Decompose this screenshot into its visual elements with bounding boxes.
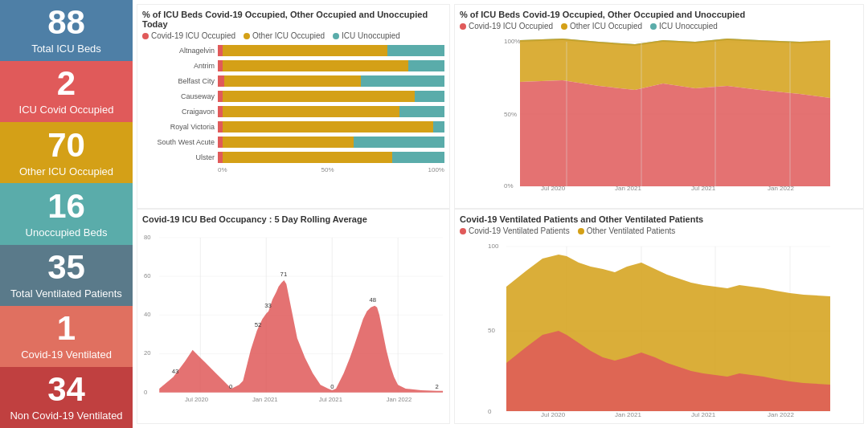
bar-covid: [218, 75, 224, 87]
bar-row: Royal Victoria: [142, 121, 444, 132]
legend-label: ICU Unoccupied: [659, 22, 718, 31]
bar-row: Craigavon: [142, 106, 444, 117]
stat-number: 2: [57, 67, 76, 100]
legend-dot: [460, 23, 466, 30]
ventilated-chart-title: Covid-19 Ventilated Patients and Other V…: [460, 214, 858, 224]
legend-item: Other ICU Occupied: [244, 31, 325, 40]
legend-dot: [650, 23, 657, 30]
legend-label: Covid-19 Ventilated Patients: [469, 226, 570, 235]
main-content: % of ICU Beds Covid-19 Occupied, Other O…: [133, 0, 868, 428]
legend-dot: [244, 33, 250, 39]
bar-container: [218, 106, 444, 117]
hospital-label: Craigavon: [142, 108, 215, 116]
area-chart-top-legend: Covid-19 ICU Occupied Other ICU Occupied…: [460, 22, 858, 31]
hospital-label: Antrim: [142, 62, 215, 70]
area-chart-top-panel: % of ICU Beds Covid-19 Occupied, Other O…: [454, 4, 864, 209]
stat-label: Non Covid-19 Ventilated: [10, 410, 122, 422]
bar-other: [223, 152, 393, 163]
svg-text:0: 0: [488, 408, 492, 415]
bar-unoccupied: [408, 60, 444, 71]
stat-number: 88: [47, 6, 85, 39]
bottom-row: Covid-19 ICU Bed Occupancy : 5 Day Rolli…: [137, 209, 864, 424]
bar-unoccupied: [361, 75, 444, 87]
ventilated-chart-panel: Covid-19 Ventilated Patients and Other V…: [454, 209, 864, 424]
bar-other: [223, 91, 416, 102]
stat-number: 70: [47, 128, 85, 162]
bar-row: Antrim: [142, 60, 444, 71]
legend-dot: [333, 33, 339, 39]
svg-text:60: 60: [144, 272, 151, 279]
stat-card-unoccupied-beds: 16 Unoccupied Beds: [0, 183, 133, 244]
svg-text:Jan 2021: Jan 2021: [615, 185, 641, 190]
svg-text:Jan 2022: Jan 2022: [768, 185, 794, 190]
legend-dot: [561, 23, 567, 30]
legend-label: Other Ventilated Patients: [587, 226, 676, 235]
hospital-label: Royal Victoria: [142, 123, 215, 131]
bar-other: [223, 121, 433, 132]
stat-card-other-icu-occupied: 70 Other ICU Occupied: [0, 122, 133, 183]
svg-text:50%: 50%: [504, 111, 517, 118]
top-row: % of ICU Beds Covid-19 Occupied, Other O…: [137, 4, 864, 209]
svg-text:33: 33: [264, 302, 272, 309]
svg-text:52: 52: [255, 321, 262, 328]
svg-text:Jul 2020: Jul 2020: [185, 396, 208, 403]
svg-text:Jul 2020: Jul 2020: [541, 185, 566, 190]
svg-text:0: 0: [144, 389, 147, 396]
legend-label: ICU Unoccupied: [342, 31, 400, 40]
svg-text:Jul 2021: Jul 2021: [319, 396, 342, 403]
bar-container: [218, 60, 444, 71]
svg-text:0: 0: [330, 383, 334, 390]
stat-number: 16: [47, 190, 85, 223]
hospital-label: Belfast City: [142, 77, 215, 85]
stat-number: 35: [47, 251, 85, 284]
svg-text:0: 0: [229, 383, 232, 390]
bar-container: [218, 91, 444, 102]
stat-card-icu-covid-occupied: 2 ICU Covid Occupied: [0, 61, 133, 122]
bar-unoccupied: [387, 45, 444, 56]
svg-text:Jul 2021: Jul 2021: [691, 411, 716, 418]
stat-label: Other ICU Occupied: [19, 165, 113, 178]
bar-other: [223, 106, 399, 117]
stat-number: 1: [57, 312, 76, 345]
stat-card-total-ventilated: 35 Total Ventilated Patients: [0, 245, 133, 306]
legend-item: Covid-19 ICU Occupied: [142, 31, 235, 40]
bar-other: [223, 45, 388, 56]
svg-text:Jan 2021: Jan 2021: [615, 411, 641, 418]
svg-text:40: 40: [144, 311, 151, 318]
stat-card-total-icu-beds: 88 Total ICU Beds: [0, 0, 133, 61]
svg-text:100%: 100%: [504, 38, 520, 45]
bar-row: South West Acute: [142, 137, 444, 148]
bar-other: [224, 75, 360, 87]
legend-label: Covid-19 ICU Occupied: [469, 22, 553, 31]
bar-chart-legend: Covid-19 ICU Occupied Other ICU Occupied…: [142, 31, 444, 40]
legend-item: Covid-19 ICU Occupied: [460, 22, 553, 31]
bar-container: [218, 121, 444, 132]
bar-other: [223, 60, 408, 71]
ventilated-chart-legend: Covid-19 Ventilated Patients Other Venti…: [460, 226, 858, 235]
stat-label: Covid-19 Ventilated: [21, 349, 112, 361]
bar-chart-title: % of ICU Beds Covid-19 Occupied, Other O…: [142, 10, 444, 29]
legend-label: Other ICU Occupied: [570, 22, 642, 31]
hospital-label: Ulster: [142, 153, 215, 161]
stat-label: Total ICU Beds: [31, 43, 101, 55]
sidebar: 88 Total ICU Beds2 ICU Covid Occupied70 …: [0, 0, 133, 428]
line-chart-title: Covid-19 ICU Bed Occupancy : 5 Day Rolli…: [142, 214, 444, 224]
bar-container: [218, 75, 444, 87]
bar-unoccupied: [433, 121, 444, 132]
bar-container: [218, 137, 444, 148]
svg-text:Jul 2020: Jul 2020: [541, 411, 566, 418]
bar-row: Causeway: [142, 91, 444, 102]
legend-label: Other ICU Occupied: [252, 31, 325, 40]
bar-row: Altnagelvin: [142, 45, 444, 56]
legend-dot: [578, 228, 584, 234]
bar-unoccupied: [392, 152, 444, 163]
area-chart-top-title: % of ICU Beds Covid-19 Occupied, Other O…: [460, 10, 858, 19]
legend-item: Covid-19 Ventilated Patients: [460, 226, 570, 235]
legend-label: Covid-19 ICU Occupied: [151, 31, 235, 40]
bar-container: [218, 45, 444, 56]
legend-item: Other ICU Occupied: [561, 22, 642, 31]
svg-text:20: 20: [144, 349, 151, 357]
dashboard: 88 Total ICU Beds2 ICU Covid Occupied70 …: [0, 0, 868, 428]
stat-label: ICU Covid Occupied: [19, 104, 114, 116]
hospital-label: South West Acute: [142, 138, 215, 146]
